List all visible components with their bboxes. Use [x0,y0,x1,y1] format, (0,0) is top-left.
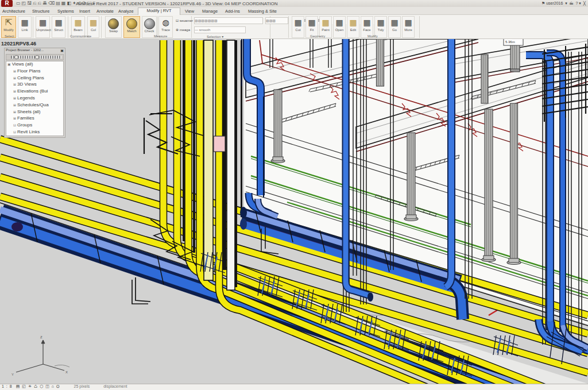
svg-text:5.36m: 5.36m [505,40,515,44]
svg-text:12021RPV8.46: 12021RPV8.46 [1,41,36,47]
svg-text:Z: Z [40,335,42,339]
svg-text:Y: Y [11,373,14,376]
svg-text:X: X [65,370,68,374]
